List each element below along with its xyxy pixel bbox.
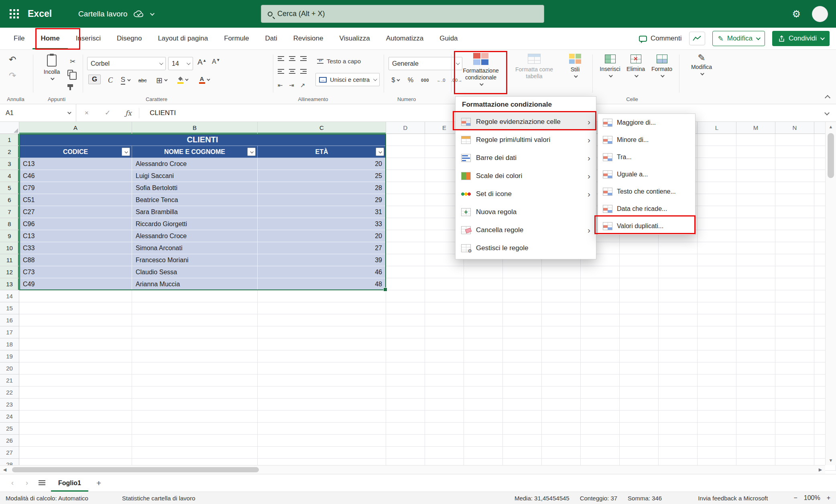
row-header-17[interactable]: 17 <box>0 326 19 338</box>
cell-empty[interactable] <box>698 230 736 242</box>
sheet-list-icon[interactable] <box>39 480 45 486</box>
cell-empty[interactable] <box>386 278 425 290</box>
cell-data[interactable]: 46 <box>258 266 386 278</box>
cell-empty[interactable] <box>775 266 814 278</box>
strikethrough-button[interactable]: abc <box>136 75 149 86</box>
decrease-font-button[interactable]: A▼ <box>212 58 220 65</box>
currency-button[interactable]: $ <box>389 75 402 86</box>
row-header-20[interactable]: 20 <box>0 362 19 374</box>
cell-empty[interactable] <box>736 423 775 435</box>
row-header-26[interactable]: 26 <box>0 435 19 447</box>
cell-empty[interactable] <box>542 399 581 411</box>
cell-empty[interactable] <box>581 362 620 374</box>
cell-empty[interactable] <box>698 254 736 266</box>
cell-empty[interactable] <box>425 411 464 423</box>
cell-empty[interactable] <box>425 435 464 447</box>
cell-empty[interactable] <box>775 158 814 170</box>
cell-empty[interactable] <box>620 399 659 411</box>
cell-empty[interactable] <box>386 326 425 338</box>
tab-inserisci[interactable]: Inserisci <box>68 28 109 49</box>
cell-empty[interactable] <box>542 278 581 290</box>
search-input[interactable]: Cerca (Alt + X) <box>261 5 544 23</box>
submenu-item-minore-di[interactable]: Minore di... <box>598 131 695 148</box>
scroll-right-arrow[interactable]: ▶ <box>816 466 825 474</box>
formula-content[interactable]: CLIENTI <box>150 109 176 117</box>
cell-empty[interactable] <box>620 242 659 254</box>
cell-empty[interactable] <box>736 338 775 350</box>
cell-empty[interactable] <box>132 362 258 374</box>
cell-empty[interactable] <box>464 266 503 278</box>
filter-button[interactable] <box>122 148 130 156</box>
column-header-d[interactable]: D <box>386 122 425 134</box>
cell-empty[interactable] <box>775 146 814 158</box>
cell-empty[interactable] <box>19 326 132 338</box>
cell-empty[interactable] <box>659 266 698 278</box>
cell-empty[interactable] <box>775 411 814 423</box>
cell-empty[interactable] <box>386 290 425 302</box>
cell-empty[interactable] <box>659 290 698 302</box>
cell-empty[interactable] <box>258 423 386 435</box>
row-header-12[interactable]: 12 <box>0 266 19 278</box>
cell-empty[interactable] <box>775 206 814 218</box>
cell-empty[interactable] <box>425 338 464 350</box>
cell-empty[interactable] <box>698 218 736 230</box>
cell-empty[interactable] <box>775 290 814 302</box>
vertical-scrollbar[interactable]: ▲ ▼ <box>825 122 836 465</box>
fill-color-button[interactable] <box>173 74 191 86</box>
expand-formula-bar-icon[interactable] <box>824 110 830 115</box>
cancel-entry-icon[interactable]: × <box>76 109 97 117</box>
cell-empty[interactable] <box>698 435 736 447</box>
cell-empty[interactable] <box>698 374 736 387</box>
cell-empty[interactable] <box>620 387 659 399</box>
cell-empty[interactable] <box>659 326 698 338</box>
cell-empty[interactable] <box>386 411 425 423</box>
cell-empty[interactable] <box>503 435 542 447</box>
cell-empty[interactable] <box>775 278 814 290</box>
cell-styles-button[interactable]: Stili <box>561 54 589 78</box>
font-color-button[interactable]: A <box>195 74 213 86</box>
cell-data[interactable]: 28 <box>258 182 386 194</box>
cell-empty[interactable] <box>698 242 736 254</box>
cell-data[interactable]: Riccardo Giorgetti <box>132 218 258 230</box>
cell-empty[interactable] <box>698 423 736 435</box>
cell-empty[interactable] <box>620 338 659 350</box>
cell-empty[interactable] <box>620 302 659 314</box>
cell-data[interactable]: C88 <box>19 254 132 266</box>
cell-empty[interactable] <box>542 326 581 338</box>
cell-empty[interactable] <box>19 350 132 362</box>
cell-data[interactable]: Sofia Bertolotti <box>132 182 258 194</box>
format-painter-button[interactable] <box>67 84 73 87</box>
cell-empty[interactable] <box>425 374 464 387</box>
cell-empty[interactable] <box>425 350 464 362</box>
row-header-9[interactable]: 9 <box>0 230 19 242</box>
cell-empty[interactable] <box>581 326 620 338</box>
cell-data[interactable]: 25 <box>258 170 386 182</box>
submenu-item-data-che-ricade[interactable]: Data che ricade... <box>598 200 695 217</box>
cell-empty[interactable] <box>132 302 258 314</box>
cell-empty[interactable] <box>425 326 464 338</box>
tab-revisione[interactable]: Revisione <box>285 28 332 49</box>
cell-empty[interactable] <box>542 314 581 326</box>
cell-empty[interactable] <box>775 350 814 362</box>
underline-button[interactable]: S <box>118 75 132 86</box>
cell-empty[interactable] <box>698 182 736 194</box>
cell-data[interactable]: 27 <box>258 242 386 254</box>
cell-empty[interactable] <box>386 146 425 158</box>
borders-button[interactable]: ⊞ <box>153 75 169 86</box>
cell-empty[interactable] <box>659 338 698 350</box>
column-header-m[interactable]: M <box>736 122 775 134</box>
cell-empty[interactable] <box>258 447 386 459</box>
cell-empty[interactable] <box>659 242 698 254</box>
cell-empty[interactable] <box>659 447 698 459</box>
cell-data[interactable]: Arianna Muccia <box>132 278 258 290</box>
cell-empty[interactable] <box>19 338 132 350</box>
cell-empty[interactable] <box>698 447 736 459</box>
cell-empty[interactable] <box>425 387 464 399</box>
cell-empty[interactable] <box>464 423 503 435</box>
cell-empty[interactable] <box>736 278 775 290</box>
cell-empty[interactable] <box>132 435 258 447</box>
comments-button[interactable]: Commenti <box>639 34 681 43</box>
cell-empty[interactable] <box>736 326 775 338</box>
row-header-15[interactable]: 15 <box>0 302 19 314</box>
cell-data[interactable]: Luigi Saccani <box>132 170 258 182</box>
